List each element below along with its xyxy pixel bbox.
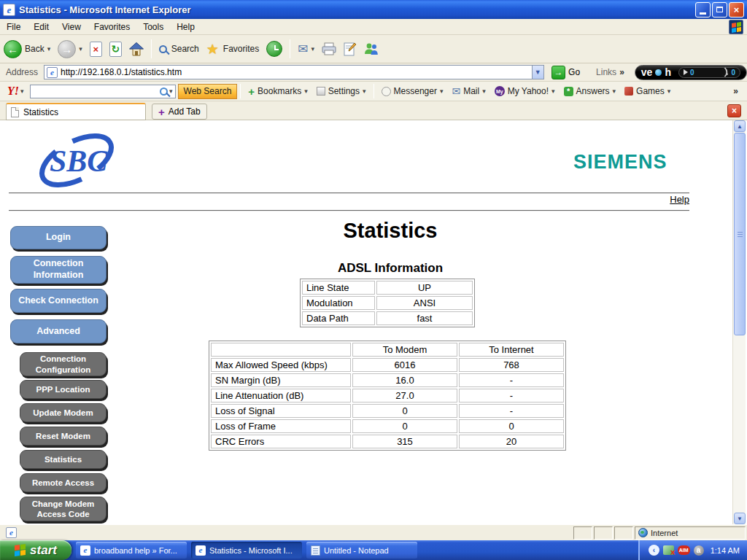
nav-connection-information-button[interactable]: Connection Information [10, 256, 107, 284]
games-item[interactable]: Games ▾ [620, 86, 675, 96]
mail-dropdown-icon[interactable]: ▾ [311, 45, 314, 52]
tray-aol-icon[interactable]: a [694, 545, 704, 556]
scroll-up-button[interactable]: ▲ [734, 120, 746, 132]
menu-tools[interactable]: Tools [136, 20, 170, 34]
svg-text:SBC: SBC [50, 144, 108, 178]
history-button[interactable] [263, 39, 286, 59]
games-icon [624, 87, 633, 96]
restore-button[interactable] [712, 2, 727, 18]
links-chevron-icon[interactable]: » [619, 67, 624, 77]
menu-help[interactable]: Help [170, 20, 201, 34]
tray-network-offline-icon[interactable] [663, 545, 674, 555]
table-cell: Max Allowed Speed (kbps) [211, 358, 351, 372]
tray-chevron-icon[interactable]: ‹ [649, 545, 659, 556]
settings-icon [317, 87, 325, 96]
vertical-scrollbar[interactable]: ▲ ▼ [732, 120, 746, 524]
forward-button[interactable]: → ▾ [54, 38, 86, 61]
menu-view[interactable]: View [55, 20, 88, 34]
messenger-dropdown-icon[interactable]: ▾ [440, 88, 444, 95]
yahoo-logo-dropdown-icon[interactable]: ▾ [20, 88, 24, 95]
nav-check-connection-button[interactable]: Check Connection [10, 289, 107, 313]
messenger-item[interactable]: Messenger ▾ [377, 86, 448, 96]
veoh-widget[interactable]: veh 0 0 [635, 65, 747, 80]
veoh-brand-2: h [665, 66, 671, 78]
table-cell: 27.0 [352, 389, 457, 402]
help-link[interactable]: Help [670, 194, 689, 205]
print-icon [322, 42, 336, 55]
yahoo-toolbar: Y! ▾ ▾ Web Search + Bookmarks ▾ Settings… [0, 82, 747, 101]
yahoo-search-box[interactable]: ▾ [30, 85, 176, 98]
start-button[interactable]: start [0, 540, 71, 560]
page-title: Statistics [208, 219, 573, 243]
nav-login-button[interactable]: Login [10, 226, 107, 249]
close-button[interactable]: × [729, 2, 744, 18]
veoh-brand: ve [641, 66, 653, 78]
yahoo-logo[interactable]: Y! [7, 85, 19, 98]
yahoo-overflow-chevron[interactable]: » [733, 86, 738, 96]
table-cell: 0 [352, 419, 457, 433]
menu-favorites[interactable]: Favorites [88, 20, 136, 34]
messenger-button[interactable] [360, 40, 382, 58]
mail-button[interactable]: ✉ ▾ [294, 41, 318, 58]
answers-dropdown-icon[interactable]: ▾ [613, 88, 616, 95]
status-pane [594, 526, 613, 540]
yahoo-search-input[interactable] [33, 86, 160, 96]
yahoo-mail-item[interactable]: ✉ Mail ▾ [447, 86, 489, 96]
taskbar-item-statistics[interactable]: e Statistics - Microsoft I... [191, 542, 302, 559]
refresh-button[interactable]: ↻ [106, 39, 125, 59]
search-button[interactable]: Search [155, 42, 203, 56]
table-cell: 0 [352, 404, 457, 418]
print-button[interactable] [318, 40, 340, 58]
back-button[interactable]: ← Back ▾ [0, 38, 54, 61]
nav-remote-access-button[interactable]: Remote Access [20, 473, 107, 492]
scrollbar-thumb[interactable] [734, 133, 746, 335]
nav-change-modem-access-code-button[interactable]: Change Modem Access Code [20, 497, 107, 521]
settings-dropdown-icon[interactable]: ▾ [363, 88, 366, 95]
yahoo-search-icon[interactable] [160, 88, 168, 96]
my-yahoo-label: My Yahoo! [508, 86, 549, 96]
scroll-down-button[interactable]: ▼ [734, 513, 746, 524]
go-button[interactable]: → Go [551, 66, 580, 79]
answers-item[interactable]: * Answers ▾ [560, 86, 621, 96]
nav-ppp-location-button[interactable]: PPP Location [20, 380, 107, 399]
tray-aim-icon[interactable]: AIM [678, 545, 690, 555]
nav-advanced-button[interactable]: Advanced [10, 319, 107, 343]
menu-bar: File Edit View Favorites Tools Help [0, 19, 747, 35]
minimize-button[interactable] [695, 2, 711, 18]
taskbar-item-broadband-help[interactable]: e broadband help » For... [76, 542, 187, 559]
edit-button[interactable] [340, 39, 360, 58]
yahoo-mail-dropdown-icon[interactable]: ▾ [482, 88, 486, 95]
add-tab-button[interactable]: + Add Tab [152, 104, 207, 120]
favorites-label: Favorites [223, 44, 259, 54]
status-zone-pane: Internet [635, 526, 746, 540]
address-input[interactable]: e http://192.168.0.1/statistics.htm [44, 65, 533, 79]
nav-connection-configuration-button[interactable]: Connection Configuration [20, 352, 107, 376]
bookmarks-button[interactable]: + Bookmarks ▾ [244, 85, 311, 98]
back-dropdown-icon[interactable]: ▾ [47, 45, 51, 52]
taskbar-item-notepad[interactable]: Untitled - Notepad [306, 542, 417, 559]
forward-dropdown-icon[interactable]: ▾ [79, 45, 82, 52]
settings-button[interactable]: Settings ▾ [312, 86, 371, 96]
veoh-dot-icon [655, 69, 662, 76]
menu-file[interactable]: File [0, 20, 27, 34]
tab-page-icon [11, 107, 19, 117]
nav-update-modem-button[interactable]: Update Modem [20, 403, 107, 422]
nav-statistics-button[interactable]: Statistics [20, 450, 107, 469]
ie-toolbar: ← Back ▾ → ▾ × ↻ Search ★ Favorites [0, 35, 747, 63]
my-yahoo-item[interactable]: My My Yahoo! ▾ [490, 86, 560, 96]
links-label[interactable]: Links [596, 67, 616, 77]
tab-close-button[interactable]: × [727, 104, 741, 117]
address-dropdown-icon[interactable]: ▼ [533, 65, 545, 79]
my-yahoo-dropdown-icon[interactable]: ▾ [551, 88, 555, 95]
games-dropdown-icon[interactable]: ▾ [667, 88, 671, 95]
web-search-button[interactable]: Web Search [178, 84, 238, 99]
nav-reset-modem-button[interactable]: Reset Modem [20, 427, 107, 446]
stop-button[interactable]: × [86, 39, 106, 59]
tab-statistics[interactable]: Statistics [6, 103, 146, 120]
bookmarks-dropdown-icon[interactable]: ▾ [304, 88, 308, 95]
table-cell: - [459, 404, 564, 418]
yahoo-search-dropdown-icon[interactable]: ▾ [169, 88, 173, 95]
menu-edit[interactable]: Edit [27, 20, 55, 34]
favorites-button[interactable]: ★ Favorites [203, 39, 263, 60]
home-button[interactable] [125, 40, 147, 58]
